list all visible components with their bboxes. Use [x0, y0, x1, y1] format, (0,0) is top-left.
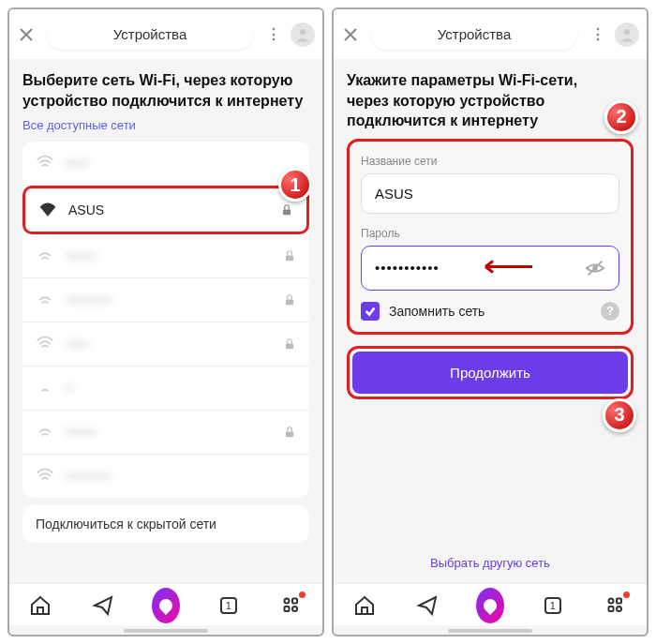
network-row[interactable]: ━━━ [22, 322, 309, 367]
remember-label: Запомнить сеть [389, 304, 485, 319]
password-input[interactable]: ••••••••••• [361, 246, 619, 291]
wifi-icon [36, 291, 54, 309]
network-name: ━━━ [66, 337, 272, 352]
wifi-icon [36, 423, 54, 442]
page-heading: Укажите параметры Wi-Fi-сети, через кото… [347, 70, 634, 131]
wifi-icon [36, 335, 54, 353]
content: Укажите параметры Wi-Fi-сети, через кото… [334, 59, 647, 583]
wifi-icon [36, 154, 54, 172]
header: Устройства ⋮ [334, 9, 647, 59]
network-name: ━━━━━━ [66, 292, 272, 307]
home-indicator [448, 629, 532, 633]
ssid-input[interactable]: ASUS [361, 173, 619, 214]
network-row[interactable]: ━━━━━━ [22, 278, 309, 322]
svg-rect-8 [292, 599, 297, 604]
close-icon[interactable] [341, 25, 360, 44]
choose-other-network-link[interactable]: Выбрать другую сеть [334, 556, 647, 570]
svg-point-15 [608, 599, 613, 604]
arrow-annotation [478, 257, 534, 278]
nav-tabs[interactable]: 1 [215, 592, 243, 620]
hidden-network-link[interactable]: Подключиться к скрытой сети [22, 505, 309, 543]
svg-rect-4 [286, 344, 293, 350]
lock-icon [283, 426, 296, 439]
notification-dot [623, 592, 630, 598]
screen-2-enter-credentials: Устройства ⋮ Укажите параметры Wi-Fi-сет… [332, 7, 649, 637]
network-name: ━ [66, 381, 296, 396]
network-row[interactable]: ━━━━ [22, 234, 309, 278]
svg-point-0 [300, 29, 306, 35]
step-badge-3: 3 [603, 398, 636, 432]
svg-rect-2 [286, 256, 293, 262]
svg-rect-9 [284, 607, 289, 611]
all-networks-label: Все доступные сети [22, 118, 309, 132]
step-badge-2: 2 [604, 100, 638, 134]
notification-dot [299, 592, 306, 598]
bottom-nav: 1 [9, 583, 322, 625]
credentials-form: 2 Название сети ASUS Пароль ••••••••••• … [347, 139, 634, 335]
svg-point-10 [292, 607, 297, 611]
nav-menu[interactable] [277, 592, 306, 620]
svg-point-11 [624, 29, 630, 35]
nav-home[interactable] [350, 592, 379, 620]
avatar[interactable] [291, 22, 315, 47]
wifi-icon [36, 247, 54, 265]
lock-icon [283, 249, 296, 262]
kebab-icon[interactable]: ⋮ [264, 25, 283, 43]
screen-1-select-network: Устройства ⋮ Выберите сеть Wi-Fi, через … [7, 7, 324, 637]
network-name: ASUS [68, 202, 269, 217]
nav-alice[interactable] [152, 592, 180, 620]
close-icon[interactable] [17, 25, 36, 44]
svg-point-18 [617, 607, 621, 611]
lock-icon [280, 203, 293, 217]
svg-rect-17 [608, 607, 613, 611]
lock-icon [283, 337, 296, 351]
wifi-icon [36, 467, 54, 486]
network-name: ━━━━━━ [66, 469, 296, 484]
nav-alice[interactable] [476, 592, 504, 620]
network-row[interactable]: ━━━━ [22, 411, 309, 455]
network-name: ━━━ [66, 156, 296, 171]
page-heading: Выберите сеть Wi-Fi, через которую устро… [22, 70, 309, 111]
nav-home[interactable] [26, 592, 54, 620]
network-row[interactable]: ━━━ [22, 142, 309, 186]
network-row-asus[interactable]: ASUS 1 [22, 186, 309, 234]
wifi-icon [38, 201, 57, 219]
header-title: Устройства [371, 19, 577, 50]
remember-checkbox[interactable] [361, 302, 380, 321]
svg-rect-3 [286, 300, 293, 306]
network-list: ━━━ ASUS 1 ━━━━ ━━━━━━ ━━━ ━ ━━━━ ━━━━━━ [22, 142, 309, 498]
network-row[interactable]: ━━━━━━ [22, 455, 309, 498]
avatar[interactable] [615, 22, 639, 47]
svg-rect-16 [617, 599, 621, 604]
step-badge-1: 1 [278, 168, 309, 202]
password-label: Пароль [361, 227, 619, 240]
home-indicator [124, 629, 208, 633]
svg-point-7 [284, 599, 289, 604]
lock-icon [283, 293, 296, 307]
continue-button[interactable]: Продолжить [352, 352, 628, 394]
nav-send[interactable] [89, 592, 117, 620]
nav-menu[interactable] [602, 592, 630, 620]
help-icon[interactable]: ? [601, 302, 619, 321]
eye-off-icon[interactable] [585, 258, 605, 278]
svg-line-13 [589, 261, 603, 275]
bottom-nav: 1 [334, 583, 647, 625]
header-title: Устройства [47, 19, 253, 50]
network-row[interactable]: ━ [22, 367, 309, 411]
wifi-icon [36, 379, 54, 397]
kebab-icon[interactable]: ⋮ [589, 25, 607, 43]
nav-tabs[interactable]: 1 [539, 592, 567, 620]
remember-row: Запомнить сеть ? [361, 302, 619, 321]
header: Устройства ⋮ [9, 9, 322, 59]
svg-rect-5 [286, 432, 293, 438]
continue-button-wrapper: Продолжить 3 [347, 346, 634, 399]
network-name: ━━━━ [66, 425, 272, 440]
ssid-label: Название сети [361, 155, 619, 168]
content: Выберите сеть Wi-Fi, через которую устро… [9, 59, 322, 583]
svg-rect-1 [283, 210, 291, 216]
network-name: ━━━━ [66, 248, 272, 263]
nav-send[interactable] [413, 592, 441, 620]
